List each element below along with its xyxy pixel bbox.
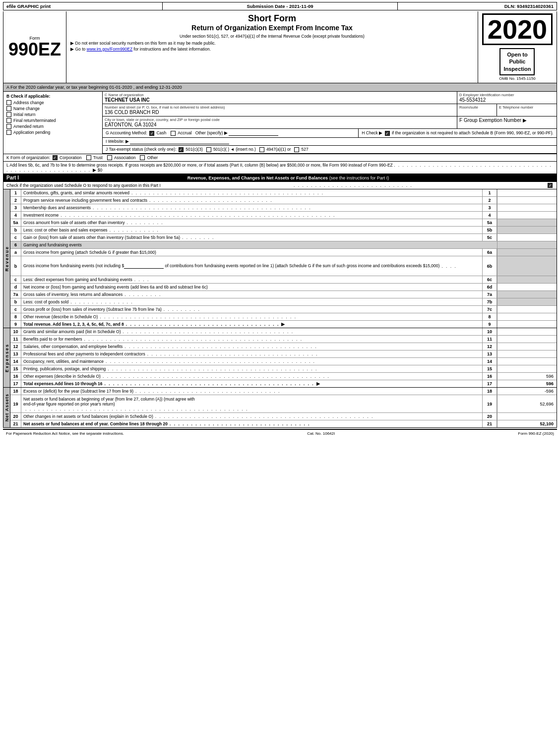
revenue-row-6a: a Gross income from gaming (attach Sched… [10,249,557,256]
line-8-desc: Other revenue (describe in Schedule O) .… [21,313,482,320]
line-13-desc: Professional fees and other payments to … [21,350,482,357]
line-5c-box: 5c [482,234,497,241]
line-20-box: 20 [482,413,497,420]
501c-label: 501(c)( ) ◄ (insert no.) [213,147,256,152]
part1-check-checkbox[interactable] [548,183,553,188]
line-12-num: 12 [10,343,21,350]
revenue-row-5b: b Less: cost or other basis and sales ex… [10,227,557,234]
501c3-checkbox[interactable] [179,147,184,152]
subtitle-text: Under section 501(c), 527, or 4947(a)(1)… [70,34,474,39]
address-value: 136 COLD BRANCH RD [105,110,455,115]
line-6d-num: d [10,284,21,291]
tax-exempt-label: J Tax-exempt status (check only one): [106,147,177,152]
4947-checkbox[interactable] [259,147,264,152]
notice2: ▶ Go to www.irs.gov/Form990EZ for instru… [70,47,474,52]
line-10-num: 10 [10,328,21,335]
final-return-checkbox[interactable] [6,118,11,123]
initial-return-checkbox[interactable] [6,112,11,117]
trust-label: Trust [93,155,103,160]
cash-checkbox[interactable] [149,131,154,136]
line-5b-num: b [10,227,21,233]
line-2-desc: Program service revenue including govern… [21,197,482,204]
k-row: K Form of organization: Corporation Trus… [3,154,557,162]
name-change-checkbox[interactable] [6,106,11,111]
line-7c-desc: Gross profit or (loss) from sales of inv… [21,306,482,313]
line-1-num: 1 [10,189,21,196]
city-state-value: EATONTON, GA 31024 [105,122,455,127]
h-checkbox[interactable] [385,131,390,136]
line-7c-num: c [10,306,21,313]
line-18-desc: Excess or (deficit) for the year (Subtra… [21,388,482,395]
l-row: L Add lines 5b, 6c, and 7b to line 9 to … [3,161,557,174]
assoc-checkbox[interactable] [107,155,112,160]
line-5b-desc: Less: cost or other basis and sales expe… [21,227,482,233]
line-15-num: 15 [10,365,21,372]
g-label: G Accounting Method: [106,130,147,135]
line-21-amount: 52,100 [497,420,557,427]
line-20-amount [497,413,557,420]
501c-checkbox[interactable] [206,147,211,152]
g-cell: G Accounting Method: Cash Accrual Other … [103,129,359,137]
line-6b-desc: Gross income from fundraising events (no… [21,256,482,276]
line-18-box: 18 [482,388,497,395]
address-change-item: Address change [6,100,99,105]
footer-left: For Paperwork Reduction Act Notice, see … [6,431,124,436]
address-change-checkbox[interactable] [6,100,11,105]
org-name-label: C Name of organization [105,93,455,97]
form-org-label: K Form of organization: [6,155,50,160]
line-2-box: 2 [482,197,497,204]
line-6c-num: c [10,276,21,283]
revenue-row-8: 8 Other revenue (describe in Schedule O)… [10,313,557,321]
line-6b-amount [497,256,557,276]
dln: DLN: 93492314020361 [398,2,557,10]
calendar-line: A For the 2020 calendar year, or tax yea… [3,83,557,92]
org-row-3: City or town, state or province, country… [103,116,557,129]
address-label: Number and street (or P. O. box, if mail… [105,105,455,110]
revenue-row-6d: d Net income or (loss) from gaming and f… [10,284,557,291]
check-applicable-panel: B Check if applicable: Address change Na… [3,92,103,154]
net-row-19: 19 Net assets or fund balances at beginn… [10,395,557,413]
part1-check-text: Check if the organization used Schedule … [6,183,161,188]
line-3-num: 3 [10,204,21,211]
revenue-row-6: 6 Gaming and fundraising events [10,241,557,249]
accrual-checkbox[interactable] [171,131,176,136]
line-10-box: 10 [482,328,497,335]
line-7a-amount [497,291,557,298]
form-body-top: B Check if applicable: Address change Na… [3,92,557,154]
corp-checkbox[interactable] [53,155,58,160]
revenue-row-7c: c Gross profit or (loss) from sales of i… [10,306,557,313]
other-org-checkbox[interactable] [140,155,145,160]
expenses-label: Expenses [4,344,9,372]
line-11-num: 11 [10,336,21,343]
line-18-amount: -596 [497,388,557,395]
527-checkbox[interactable] [294,147,299,152]
line-12-desc: Salaries, other compensation, and employ… [21,343,482,350]
application-pending-checkbox[interactable] [6,130,11,135]
trust-checkbox[interactable] [86,155,91,160]
irs-link[interactable]: www.irs.gov/Form990EZ [87,47,133,52]
line-7a-num: 7a [10,291,21,298]
line-4-amount [497,212,557,219]
line-19-box: 19 [482,395,497,412]
line-5c-num: c [10,234,21,241]
line-5a-sublabel: 5a [482,219,497,226]
short-form-title: Short Form [70,13,474,24]
amended-return-checkbox[interactable] [6,124,11,129]
line-5a-desc: Gross amount from sale of assets other t… [21,219,482,226]
line-6b-sublabel: 6b [482,256,497,276]
omb-no: OMB No. 1545-1150 [499,76,535,81]
line-6-num: 6 [10,241,21,248]
revenue-section: Revenue 1 Contributions, gifts, grants, … [3,189,557,328]
expense-row-14: 14 Occupancy, rent, utilities, and maint… [10,358,557,365]
form-number-block: Form 990EZ [3,11,66,83]
dots-check: . . . . . . . . . . . . . . . . . . . . … [294,183,413,188]
expenses-rows: 10 Grants and similar amounts paid (list… [10,328,557,387]
line-21-desc: Net assets or fund balances at end of ye… [21,420,482,427]
net-row-20: 20 Other changes in net assets or fund b… [10,413,557,420]
amended-return-item: Amended return [6,124,99,129]
line-7c-amount [497,306,557,313]
amended-return-label: Amended return [13,124,44,129]
name-change-label: Name change [13,106,40,111]
header-section: Form 990EZ Short Form Return of Organiza… [3,11,557,83]
add-lines-text: L Add lines 5b, 6c, and 7b to line 9 to … [6,163,393,168]
